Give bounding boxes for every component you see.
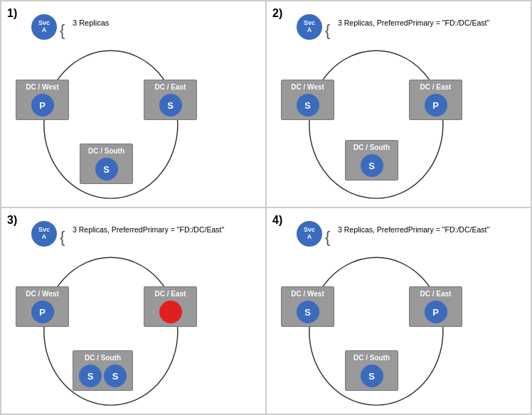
q3-dcsouth-label: DC / South (85, 354, 121, 362)
main-grid: 1) Svc A { 3 Replicas DC / West P DC / E… (0, 0, 532, 415)
q2-dcsouth-label: DC / South (353, 144, 390, 151)
q1-dcsouth-s: S (95, 158, 118, 180)
q2-desc: 3 Replicas, PreferredPrimary = "FD:/DC/E… (338, 18, 489, 27)
q1-brace: { (60, 21, 65, 40)
q4-svc-circle: Svc A (297, 221, 322, 247)
q3-svc-circle: Svc A (31, 221, 57, 247)
q1-dc-east: DC / East S (144, 80, 197, 120)
q4-brace: { (325, 228, 330, 247)
q2-dc-west: DC / West S (281, 80, 334, 120)
q2-dceast-p: P (425, 94, 447, 117)
q3-dc-west: DC / West P (16, 286, 69, 327)
q2-dcwest-label: DC / West (291, 83, 324, 91)
q2-brace: { (325, 21, 330, 40)
q4-dc-west: DC / West S (281, 286, 334, 327)
q4-label: 4) (272, 214, 282, 227)
q4-dcsouth-label: DC / South (353, 354, 390, 362)
q1-dcwest-p: P (31, 94, 54, 117)
q2-label: 2) (272, 7, 282, 20)
q2-svc-circle: Svc A (297, 14, 322, 40)
q1-dc-west: DC / West P (16, 80, 69, 120)
q1-dcwest-label: DC / West (26, 83, 59, 91)
q3-dcwest-label: DC / West (26, 290, 59, 298)
q3-brace: { (60, 228, 65, 247)
q2-dcsouth-s: S (361, 154, 383, 177)
q4-dcwest-s: S (297, 301, 319, 323)
q2-dc-east: DC / East P (409, 80, 462, 120)
q1-dceast-s: S (159, 94, 182, 117)
q4-dceast-label: DC / East (420, 290, 452, 298)
q3-dcsouth-s1: S (79, 365, 102, 387)
q3-dc-south: DC / South S S (73, 350, 133, 391)
q1-label: 1) (7, 7, 17, 20)
q1-dceast-label: DC / East (155, 83, 186, 91)
q3-dcsouth-s2: S (104, 365, 127, 387)
quadrant-3: 3) Svc A { 3 Replicas, PreferredPrimary … (1, 208, 266, 414)
q4-dcsouth-s: S (361, 365, 383, 387)
q3-dcsouth-replicas: S S (79, 365, 127, 387)
q3-dceast-label: DC / East (155, 290, 186, 298)
q1-dc-south: DC / South S (80, 144, 133, 184)
q3-dc-east: DC / East (144, 286, 197, 327)
quadrant-2: 2) Svc A { 3 Replicas, PreferredPrimary … (266, 1, 531, 208)
q3-label: 3) (7, 214, 17, 227)
q4-dcwest-label: DC / West (291, 290, 324, 298)
q4-dc-east: DC / East P (409, 286, 462, 327)
q1-dcsouth-label: DC / South (88, 147, 124, 155)
q4-dc-south: DC / South S (345, 350, 398, 391)
q3-desc: 3 Replicas, PreferredPrimary = "FD:/DC/E… (73, 225, 224, 234)
q2-dceast-label: DC / East (420, 83, 452, 91)
quadrant-4: 4) Svc A { 3 Replicas, PreferredPrimary … (266, 208, 531, 414)
q3-dceast-failed (159, 301, 182, 323)
q2-dcwest-s: S (297, 94, 319, 117)
q1-svc-circle: Svc A (31, 14, 57, 40)
q3-dcwest-p: P (31, 301, 54, 323)
q2-dc-south: DC / South S (345, 140, 398, 180)
q1-desc: 3 Replicas (73, 18, 109, 27)
q4-desc: 3 Replicas, PreferredPrimary = "FD:/DC/E… (338, 225, 489, 234)
quadrant-1: 1) Svc A { 3 Replicas DC / West P DC / E… (1, 1, 266, 208)
q4-dceast-p: P (425, 301, 447, 323)
